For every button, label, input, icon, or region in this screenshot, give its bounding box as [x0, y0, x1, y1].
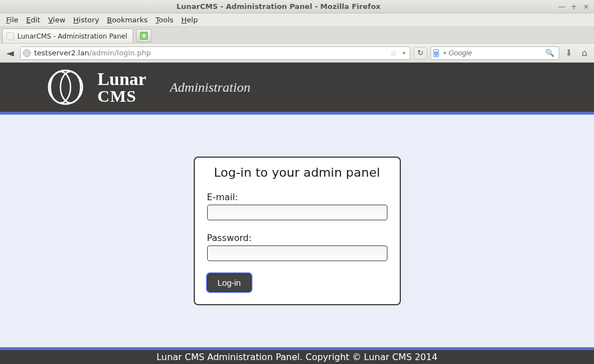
- back-button[interactable]: ◄: [3, 47, 17, 59]
- main-area: Log-in to your admin panel E-mail: Passw…: [0, 115, 594, 347]
- window-titlebar: LunarCMS - Administration Panel - Mozill…: [0, 0, 594, 13]
- page-footer: Lunar CMS Administration Panel. Copyrigh…: [0, 347, 594, 364]
- menu-history[interactable]: History: [69, 15, 103, 25]
- search-engine-dropdown-icon[interactable]: ▾: [441, 50, 448, 56]
- search-box[interactable]: g ▾ 🔍: [431, 46, 559, 60]
- menubar: File Edit View History Bookmarks Tools H…: [0, 13, 594, 27]
- menu-help[interactable]: Help: [177, 15, 202, 25]
- url-host: testserver2.lan: [34, 49, 89, 57]
- page-header: Lunar CMS Administration: [0, 63, 594, 112]
- password-field[interactable]: [207, 245, 387, 261]
- url-dropdown-icon[interactable]: ▾: [400, 50, 408, 56]
- reload-button[interactable]: ↻: [414, 47, 427, 59]
- url-path: /admin/login.php: [89, 49, 151, 57]
- globe-icon: [23, 49, 31, 57]
- login-heading: Log-in to your admin panel: [207, 166, 387, 179]
- login-panel: Log-in to your admin panel E-mail: Passw…: [194, 157, 401, 305]
- favicon-placeholder-icon: [6, 32, 14, 40]
- brand-line1: Lunar: [97, 70, 146, 88]
- downloads-button[interactable]: ⬇: [563, 48, 575, 58]
- close-window-button[interactable]: ×: [582, 2, 591, 11]
- menu-view[interactable]: View: [44, 15, 69, 25]
- menu-edit[interactable]: Edit: [22, 15, 44, 25]
- minimize-button[interactable]: —: [557, 2, 566, 11]
- plus-icon: +: [140, 32, 148, 40]
- maximize-button[interactable]: +: [569, 2, 578, 11]
- lunarcms-logo-icon: [44, 67, 87, 107]
- tabstrip: LunarCMS - Administration Panel +: [0, 27, 594, 44]
- brand-line2: CMS: [97, 88, 146, 105]
- login-button[interactable]: Log-in: [207, 273, 252, 292]
- search-icon[interactable]: 🔍: [543, 49, 556, 57]
- url-text: testserver2.lan/admin/login.php: [34, 49, 386, 57]
- tab-title: LunarCMS - Administration Panel: [17, 32, 127, 40]
- search-input[interactable]: [448, 49, 543, 57]
- url-bar[interactable]: testserver2.lan/admin/login.php ☆ ▾: [20, 46, 410, 60]
- menu-file[interactable]: File: [2, 15, 22, 25]
- email-field[interactable]: [207, 205, 387, 220]
- new-tab-button[interactable]: +: [136, 29, 152, 42]
- brand-name: Lunar CMS: [97, 70, 146, 105]
- menu-tools[interactable]: Tools: [152, 15, 177, 25]
- browser-tab[interactable]: LunarCMS - Administration Panel: [2, 29, 133, 43]
- navbar: ◄ testserver2.lan/admin/login.php ☆ ▾ ↻ …: [0, 44, 594, 63]
- password-label: Password:: [207, 233, 387, 243]
- section-label: Administration: [170, 80, 250, 95]
- email-label: E-mail:: [207, 192, 387, 202]
- page-content: Lunar CMS Administration Log-in to your …: [0, 63, 594, 364]
- menu-bookmarks[interactable]: Bookmarks: [103, 15, 152, 25]
- home-button[interactable]: ⌂: [578, 48, 591, 58]
- footer-text: Lunar CMS Administration Panel. Copyrigh…: [157, 352, 438, 362]
- window-title: LunarCMS - Administration Panel - Mozill…: [3, 2, 554, 11]
- search-engine-icon: g: [433, 49, 439, 57]
- bookmark-star-icon[interactable]: ☆: [386, 49, 400, 58]
